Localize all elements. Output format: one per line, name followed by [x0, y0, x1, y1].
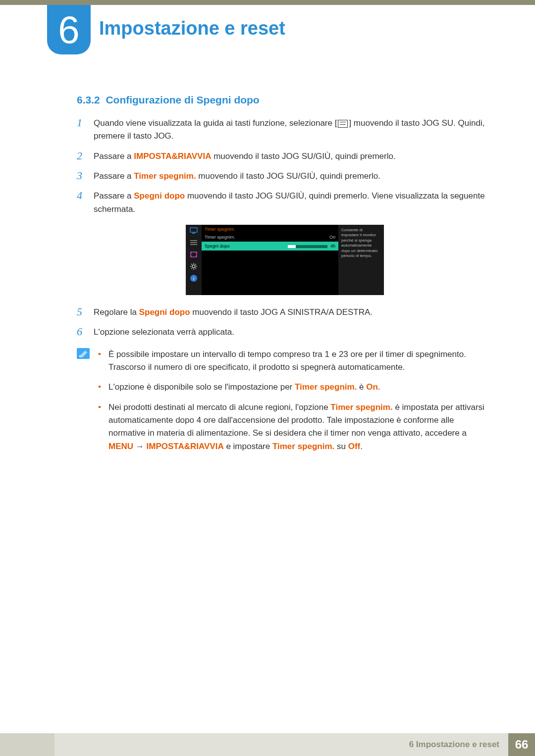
svg-line-11 — [191, 264, 192, 265]
step-text: L'opzione selezionata verrà applicata. — [94, 326, 234, 339]
osd-screenshot: i Timer spegnim. Timer spegnim. On Spegn… — [186, 225, 384, 295]
note-icon — [77, 348, 90, 359]
section-heading: 6.3.2 Configurazione di Spegni dopo — [77, 94, 493, 106]
section-title: Configurazione di Spegni dopo — [106, 94, 259, 105]
svg-point-6 — [192, 265, 195, 268]
footer-chapter: 6 Impostazione e reset — [409, 733, 505, 756]
step-number: 5 — [77, 306, 94, 318]
highlight: Spegni dopo — [134, 191, 185, 201]
osd-main: Timer spegnim. Timer spegnim. On Spegni … — [202, 225, 338, 295]
content-area: 6.3.2 Configurazione di Spegni dopo 1 Qu… — [77, 94, 493, 460]
osd-row-label: Timer spegnim. — [205, 235, 235, 240]
text: L'opzione è disponibile solo se l'impost… — [108, 382, 295, 392]
step-1: 1 Quando viene visualizzata la guida ai … — [77, 117, 493, 143]
highlight: On — [366, 382, 378, 392]
footer-bar-accent — [0, 733, 54, 756]
osd-row-value-wrap: 4h — [288, 244, 335, 249]
svg-text:i: i — [193, 275, 194, 281]
step-text: Quando viene visualizzata la guida ai ta… — [94, 117, 493, 143]
step-6: 6 L'opzione selezionata verrà applicata. — [77, 326, 493, 339]
arrow-icon: → — [133, 442, 146, 451]
text: Passare a — [94, 151, 134, 161]
top-bar — [0, 0, 535, 5]
step-5: 5 Regolare la Spegni dopo muovendo il ta… — [77, 306, 493, 319]
chapter-tab: 6 — [47, 5, 91, 54]
highlight: Spegni dopo — [139, 307, 190, 317]
osd-row-value: 4h — [330, 244, 335, 249]
highlight: Timer spegnim. — [330, 403, 392, 412]
text: muovendo il tasto JOG SU/GIÙ, quindi pre… — [196, 171, 380, 181]
text: . — [360, 442, 363, 451]
gear-icon — [189, 262, 198, 270]
section-number: 6.3.2 — [77, 94, 100, 105]
svg-rect-1 — [192, 233, 195, 234]
step-number: 4 — [77, 190, 94, 202]
text: e impostare — [224, 442, 272, 451]
text: muovendo il tasto JOG A SINISTRA/A DESTR… — [190, 307, 373, 317]
step-4: 4 Passare a Spegni dopo muovendo il tast… — [77, 190, 493, 216]
highlight: MENU — [108, 442, 133, 451]
text: muovendo il tasto JOG SU/GIÙ, quindi pre… — [211, 151, 395, 161]
menu-icon — [338, 120, 348, 128]
note-list: È possibile impostare un intervallo di t… — [99, 348, 493, 460]
slider-icon — [288, 245, 327, 248]
svg-line-14 — [196, 264, 197, 265]
info-icon: i — [189, 274, 198, 282]
note-item: È possibile impostare un intervallo di t… — [99, 348, 493, 374]
osd-row-value: On — [329, 235, 335, 240]
highlight: IMPOSTA&RIAVVIA — [134, 151, 211, 161]
svg-line-13 — [191, 268, 192, 269]
display-icon — [189, 227, 198, 235]
highlight: Timer spegnim. — [134, 171, 196, 181]
step-3: 3 Passare a Timer spegnim. muovendo il t… — [77, 170, 493, 183]
chapter-title: Impostazione e reset — [99, 18, 285, 39]
note-item: Nei prodotti destinati al mercato di alc… — [99, 401, 493, 453]
step-number: 1 — [77, 117, 94, 129]
osd-row-timer: Timer spegnim. On — [202, 233, 338, 242]
note-item: L'opzione è disponibile solo se l'impost… — [99, 381, 493, 394]
text: Quando viene visualizzata la guida ai ta… — [94, 118, 337, 128]
osd-sidebar: i — [186, 225, 202, 295]
step-text: Regolare la Spegni dopo muovendo il tast… — [94, 306, 373, 319]
footer-page-number: 66 — [508, 733, 535, 756]
svg-rect-0 — [190, 228, 197, 232]
highlight: Timer spegnim. — [295, 382, 357, 392]
highlight: Timer spegnim. — [272, 442, 334, 451]
text: . — [378, 382, 380, 392]
osd-row-spegni-dopo: Spegni dopo 4h — [202, 242, 338, 251]
text: è — [357, 382, 366, 392]
osd-row-label: Spegni dopo — [205, 244, 230, 249]
osd-spacer — [202, 251, 338, 295]
step-number: 6 — [77, 326, 94, 338]
text: Passare a — [94, 171, 134, 181]
osd-help-text: Consente di impostare il monitor perché … — [338, 225, 384, 295]
osd-title: Timer spegnim. — [202, 225, 338, 233]
list-icon — [189, 239, 198, 247]
text: su — [334, 442, 348, 451]
step-text: Passare a Timer spegnim. muovendo il tas… — [94, 170, 380, 183]
svg-line-12 — [196, 268, 197, 269]
text: Regolare la — [94, 307, 139, 317]
footer: 6 Impostazione e reset 66 — [0, 733, 535, 756]
step-number: 2 — [77, 150, 94, 162]
text: Passare a — [94, 191, 134, 201]
step-text: Passare a IMPOSTA&RIAVVIA muovendo il ta… — [94, 150, 396, 163]
step-number: 3 — [77, 170, 94, 182]
resize-icon — [189, 251, 198, 258]
highlight: IMPOSTA&RIAVVIA — [147, 442, 224, 451]
step-2: 2 Passare a IMPOSTA&RIAVVIA muovendo il … — [77, 150, 493, 163]
chapter-number: 6 — [58, 7, 79, 52]
highlight: Off — [348, 442, 361, 451]
step-list: 1 Quando viene visualizzata la guida ai … — [77, 117, 493, 339]
step-text: Passare a Spegni dopo muovendo il tasto … — [94, 190, 493, 216]
text: Nei prodotti destinati al mercato di alc… — [108, 403, 330, 412]
note-block: È possibile impostare un intervallo di t… — [77, 348, 493, 460]
